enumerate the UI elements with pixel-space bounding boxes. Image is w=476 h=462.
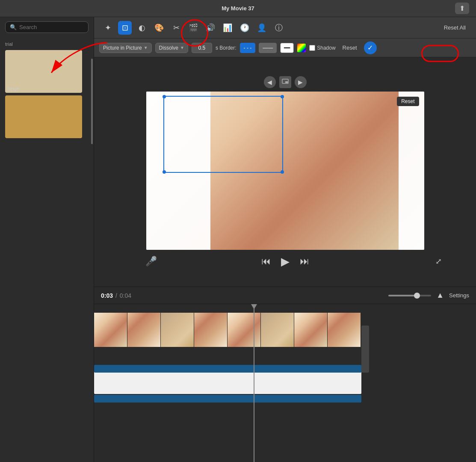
main-layout: 🔍 trial beige ✦ ⊡ ◐ 🎨 ✂ 🎬 🔊 📊 🕐 — [0, 17, 476, 462]
skip-forward-button[interactable]: ⏭ — [300, 256, 309, 267]
crop-icon[interactable]: ✂ — [169, 21, 183, 35]
chevron-down-icon-2: ▼ — [180, 45, 184, 50]
color-wheel-icon[interactable]: 🎨 — [152, 21, 166, 35]
pip-frame[interactable] — [163, 96, 283, 173]
user-icon[interactable]: 👤 — [255, 21, 269, 35]
pip-handle-br[interactable] — [281, 170, 284, 174]
track-container — [94, 313, 476, 420]
halftone-icon[interactable]: ◐ — [135, 21, 149, 35]
playhead — [254, 304, 254, 462]
transition-dropdown[interactable]: Dissolve ▼ — [155, 43, 188, 53]
pip-small-icon — [282, 79, 289, 86]
skip-back-button[interactable]: ⏮ — [261, 256, 271, 267]
shadow-checkbox[interactable] — [309, 45, 315, 51]
zoom-slider[interactable] — [388, 295, 431, 296]
clip-thumb-8 — [328, 313, 361, 347]
timeline-header: 0:03 / 0:04 ▲ Settings — [94, 287, 476, 304]
window-title: My Movie 37 — [222, 5, 254, 12]
controls-bar: Picture in Picture ▼ Dissolve ▼ 0.5 s Bo… — [94, 38, 476, 57]
timeline-area: 0:03 / 0:04 ▲ Settings — [94, 287, 476, 462]
clip-thumb-3 — [161, 313, 194, 347]
shadow-label: Shadow — [309, 45, 335, 51]
fullscreen-button[interactable]: ⤢ — [435, 257, 442, 266]
play-button[interactable]: ▶ — [281, 255, 290, 268]
current-time: 0:03 — [101, 292, 113, 299]
border-dash-btn[interactable]: - - - — [240, 43, 256, 53]
pip-handle-tr[interactable] — [281, 95, 284, 98]
search-input[interactable] — [19, 24, 84, 30]
time-separator: / — [115, 292, 117, 299]
search-icon: 🔍 — [10, 24, 17, 30]
magic-wand-icon[interactable]: ✦ — [101, 21, 115, 35]
clip-thumb-2 — [127, 313, 161, 347]
titlebar: My Movie 37 ⬆ — [0, 0, 476, 17]
timeline-right-controls: ▲ Settings — [388, 291, 469, 300]
prev-nav-button[interactable]: ◀ — [264, 76, 276, 88]
white-track-bar[interactable] — [94, 395, 361, 403]
microphone-button[interactable]: 🎤 — [145, 256, 157, 267]
camera-icon[interactable]: 🎬 — [186, 21, 200, 35]
preview-frame: Reset — [146, 92, 424, 250]
pip-handle-bl[interactable] — [163, 170, 166, 174]
sidebar-scrollbar[interactable] — [91, 59, 93, 144]
confirm-button[interactable]: ✓ — [364, 41, 377, 54]
reset-all-button[interactable]: Reset All — [441, 23, 469, 33]
reset-button[interactable]: Reset — [339, 43, 361, 53]
border-label: s Border: — [216, 45, 237, 51]
toolbar: ✦ ⊡ ◐ 🎨 ✂ 🎬 🔊 📊 🕐 👤 ⓘ Reset All — [94, 17, 476, 38]
sidebar-thumb-1[interactable]: beige — [5, 50, 82, 93]
white-track — [94, 368, 476, 420]
thumb-tan — [5, 95, 82, 138]
color-swatch[interactable] — [297, 44, 306, 52]
info-icon[interactable]: ⓘ — [272, 21, 286, 35]
reset-overlay-button[interactable]: Reset — [397, 97, 419, 106]
clip-thumb-5 — [228, 313, 261, 347]
zoom-thumb-icon: ▲ — [436, 291, 444, 300]
sidebar: 🔍 trial beige — [0, 17, 94, 462]
chevron-down-icon: ▼ — [144, 45, 148, 50]
video-track-bar[interactable] — [94, 365, 361, 373]
pip-overlay-icon[interactable]: ⊡ — [118, 21, 132, 35]
video-track — [94, 313, 476, 364]
next-nav-button[interactable]: ▶ — [295, 76, 307, 88]
preview-white-right — [399, 92, 424, 250]
sidebar-thumb-2[interactable] — [5, 95, 82, 138]
audio-icon[interactable]: 🔊 — [204, 21, 217, 35]
chart-icon[interactable]: 📊 — [221, 21, 234, 35]
video-clip-strip — [94, 313, 361, 364]
border-thick-btn[interactable]: ━━ — [280, 43, 294, 53]
preview-nav: ◀ ▶ — [264, 76, 307, 88]
timecode: 0:03 / 0:04 — [101, 292, 131, 299]
duration-value[interactable]: 0.5 — [192, 43, 212, 53]
share-button[interactable]: ⬆ — [455, 3, 469, 14]
thumb-label-beige: beige — [8, 86, 19, 91]
total-time: 0:04 — [120, 292, 131, 299]
pip-type-dropdown[interactable]: Picture in Picture ▼ — [99, 43, 152, 53]
content-area: ✦ ⊡ ◐ 🎨 ✂ 🎬 🔊 📊 🕐 👤 ⓘ Reset All Picture … — [94, 17, 476, 462]
clip-thumb-7 — [294, 313, 328, 347]
sidebar-item-label-1: trial — [0, 40, 94, 47]
clip-thumb-6 — [261, 313, 294, 347]
gap-indicator — [361, 326, 369, 373]
search-bar[interactable]: 🔍 — [5, 21, 89, 33]
speed-icon[interactable]: 🕐 — [238, 21, 251, 35]
border-thin-btn[interactable]: —— — [259, 43, 277, 53]
timeline-content — [94, 304, 476, 462]
pip-handle-tl[interactable] — [163, 95, 166, 98]
pip-icon-button[interactable] — [279, 76, 291, 88]
timeline-settings-button[interactable]: Settings — [449, 292, 469, 299]
clip-thumb-4 — [194, 313, 228, 347]
preview-area: ◀ ▶ — [94, 57, 476, 287]
svg-rect-1 — [285, 81, 288, 83]
sidebar-content: trial beige — [0, 37, 94, 462]
playback-controls: 🎤 ⏮ ▶ ⏭ ⤢ — [94, 255, 476, 268]
clip-thumb-1 — [94, 313, 127, 347]
